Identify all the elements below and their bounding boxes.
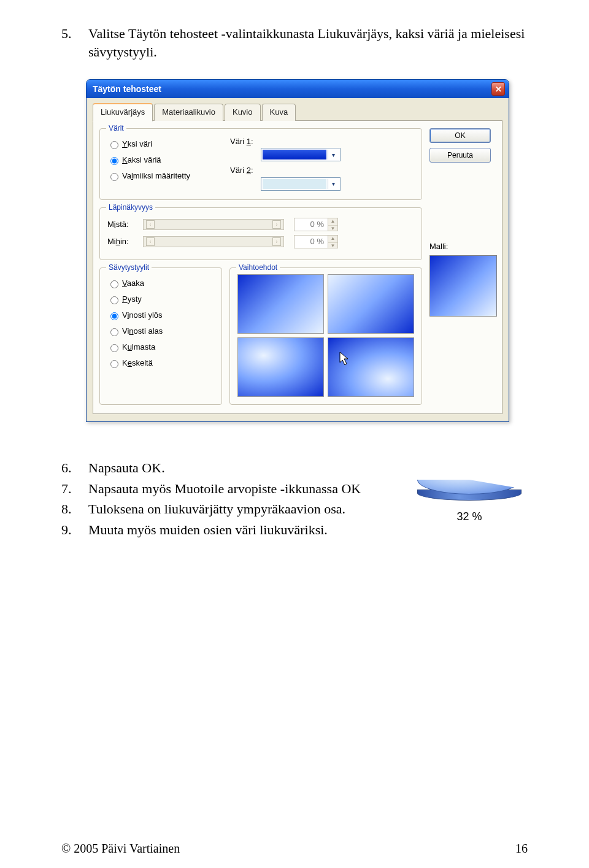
footer-page-number: 16 [515,840,528,857]
cursor-arrow-icon [339,351,350,366]
radio-two-colors[interactable]: Kaksi väriä [107,153,230,167]
chevron-down-icon: ▾ [328,150,339,159]
instruction-text: Tuloksena on liukuvärjätty ympyräkaavion… [88,500,387,518]
instruction-text: Muuta myös muiden osien väri liukuväriks… [88,521,387,539]
radio-preset[interactable]: Valmiiksi määritetty [107,169,230,183]
from-label: Mistä: [107,219,143,230]
radio-one-color[interactable]: Yksi väri [107,137,230,151]
chevron-right-icon: › [272,220,281,229]
sample-label: Malli: [429,241,503,252]
variant-1[interactable] [237,274,324,334]
from-slider[interactable]: ‹ › [143,219,284,230]
instruction-number: 8. [61,500,88,518]
instruction-7: 7. Napsauta myös Muotoile arvopiste -ikk… [61,480,387,498]
colors-legend: Värit [106,123,126,133]
cancel-button[interactable]: Peruuta [429,148,491,163]
chevron-left-icon: ‹ [146,220,155,229]
dialog-title: Täytön tehosteet [93,83,161,95]
instruction-number: 6. [61,459,88,477]
from-value-input[interactable]: 0 % ▲▼ [294,218,338,231]
chevron-left-icon: ‹ [146,237,155,246]
color2-dropdown[interactable]: ▾ [261,177,341,191]
footer-copyright: © 2005 Päivi Vartiainen [61,840,180,857]
to-label: Mihin: [107,236,143,247]
to-value-input[interactable]: 0 % ▲▼ [294,235,338,248]
transparency-group: Läpinäkyvyys Mistä: ‹ › 0 % ▲▼ [99,207,422,260]
variant-3[interactable] [237,337,324,397]
radio-vertical[interactable]: Pysty [107,293,214,306]
chevron-right-icon: › [272,237,281,246]
shading-group: Sävytystyylit Vaaka Pysty Vinosti ylös V… [99,267,222,405]
page-footer: © 2005 Päivi Vartiainen 16 [61,840,528,857]
variant-2[interactable] [328,274,414,334]
tab-gradient[interactable]: Liukuvärjäys [93,103,153,121]
shading-legend: Sävytystyylit [106,263,152,272]
instruction-number: 7. [61,480,88,498]
chevron-down-icon: ▾ [328,179,339,189]
dialog-tabs: Liukuvärjäys Materiaalikuvio Kuvio Kuva [93,103,502,121]
instruction-8: 8. Tuloksena on liukuvärjätty ympyräkaav… [61,500,387,518]
instruction-9: 9. Muuta myös muiden osien väri liukuvär… [61,521,387,539]
dialog-titlebar[interactable]: Täytön tehosteet ✕ [87,80,509,98]
variants-legend: Vaihtoehdot [236,263,280,272]
instruction-text: Napsauta myös Muotoile arvopiste -ikkuna… [88,480,387,498]
instruction-6: 6. Napsauta OK. [61,459,387,477]
instruction-number: 5. [61,25,88,61]
color1-label: Väri 1: [230,136,261,147]
instruction-5: 5. Valitse Täytön tehosteet -valintaikku… [61,25,534,61]
color1-dropdown[interactable]: ▾ [261,148,341,161]
colors-group: Värit Yksi väri Kaksi väriä Valmiiksi mä… [99,128,422,200]
radio-center[interactable]: Keskeltä [107,356,214,370]
tab-pattern[interactable]: Kuvio [225,104,261,121]
variants-group: Vaihtoehdot [229,267,422,405]
fill-effects-dialog: Täytön tehosteet ✕ Liukuvärjäys Materiaa… [86,79,509,422]
variant-4[interactable] [328,337,414,397]
sample-preview [429,255,497,317]
radio-diag-up[interactable]: Vinosti ylös [107,309,214,322]
radio-horizontal[interactable]: Vaaka [107,277,214,290]
tab-texture[interactable]: Materiaalikuvio [154,104,223,121]
color2-label: Väri 2: [230,165,261,176]
tab-picture[interactable]: Kuva [262,104,296,121]
pie-slice-illustration: 32 % [405,465,534,524]
transparency-legend: Läpinäkyvyys [106,202,155,212]
close-icon[interactable]: ✕ [491,82,505,96]
instruction-text: Napsauta OK. [88,459,387,477]
instruction-text: Valitse Täytön tehosteet -valintaikkunas… [88,25,534,61]
instruction-number: 9. [61,521,88,539]
to-slider[interactable]: ‹ › [143,236,284,247]
ok-button[interactable]: OK [429,128,491,143]
radio-corner[interactable]: Kulmasta [107,340,214,354]
radio-diag-down[interactable]: Vinosti alas [107,325,214,338]
pie-slice-label: 32 % [456,509,482,524]
